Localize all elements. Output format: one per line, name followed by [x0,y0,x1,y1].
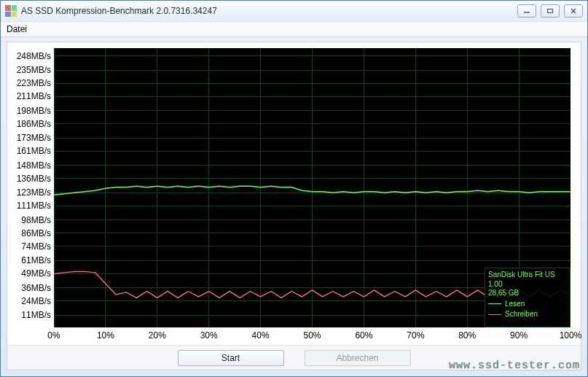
y-tick-label: 86MB/s [21,228,51,238]
x-tick-label: 10% [97,330,114,341]
maximize-button[interactable] [541,4,560,18]
y-tick-label: 24MB/s [21,296,51,306]
legend-capacity: 28,65 GB [488,289,567,298]
x-tick-label: 20% [149,330,166,341]
legend-firmware: 1.00 [488,280,567,289]
x-tick-label: 50% [303,330,321,341]
x-axis-labels: 0%10%20%30%40%50%60%70%80%90%100% [54,329,571,343]
y-tick-label: 211MB/s [17,91,51,101]
app-icon [5,5,17,17]
x-tick-label: 0% [47,330,60,341]
y-tick-label: 74MB/s [21,241,51,252]
y-tick-label: 111MB/s [17,201,51,211]
y-tick-label: 36MB/s [21,283,51,293]
legend-swatch-read [488,303,501,304]
y-tick-label: 98MB/s [21,215,51,225]
legend-read-label: Lesen [505,300,525,309]
y-tick-label: 11MB/s [21,310,51,320]
chart: SanDisk Ultra Fit US 1.00 28,65 GB Lesen… [7,42,581,345]
y-tick-label: 235MB/s [17,65,51,75]
legend-device: SanDisk Ultra Fit US [488,271,567,280]
y-tick-label: 198MB/s [17,106,51,116]
minimize-button[interactable] [517,4,536,18]
menu-file[interactable]: Datei [7,24,27,34]
y-tick-label: 61MB/s [21,255,51,265]
y-tick-label: 136MB/s [17,174,51,184]
y-tick-label: 223MB/s [17,78,51,88]
x-tick-label: 30% [200,330,218,341]
y-tick-label: 161MB/s [17,146,51,156]
y-tick-label: 123MB/s [17,187,51,198]
x-tick-label: 90% [510,330,528,341]
button-bar: Start Abbrechen [7,345,581,370]
app-window: AS SSD Kompression-Benchmark 2.0.7316.34… [0,0,588,377]
x-tick-label: 80% [458,330,476,341]
y-tick-label: 186MB/s [17,119,51,129]
legend-write-label: Schreiben [505,310,538,319]
close-button[interactable] [564,4,583,18]
titlebar: AS SSD Kompression-Benchmark 2.0.7316.34… [1,1,587,21]
x-tick-label: 100% [560,330,582,341]
y-tick-label: 248MB/s [17,51,51,61]
x-tick-label: 60% [355,330,372,341]
window-title: AS SSD Kompression-Benchmark 2.0.7316.34… [21,6,217,16]
x-tick-label: 70% [407,330,424,341]
y-tick-label: 148MB/s [17,160,51,171]
client-area: SanDisk Ultra Fit US 1.00 28,65 GB Lesen… [7,42,581,370]
menubar: Datei [1,21,587,37]
svg-rect-1 [548,9,553,13]
cancel-button[interactable]: Abbrechen [305,350,411,366]
y-tick-label: 173MB/s [17,133,51,143]
legend-box: SanDisk Ultra Fit US 1.00 28,65 GB Lesen… [485,268,571,327]
x-tick-label: 40% [252,330,270,341]
legend-swatch-write [488,314,501,315]
y-axis-labels: 11MB/s24MB/s36MB/s49MB/s61MB/s74MB/s86MB… [12,48,54,327]
start-button[interactable]: Start [178,350,284,366]
y-tick-label: 49MB/s [21,268,51,279]
plot-area: SanDisk Ultra Fit US 1.00 28,65 GB Lesen… [54,48,571,327]
